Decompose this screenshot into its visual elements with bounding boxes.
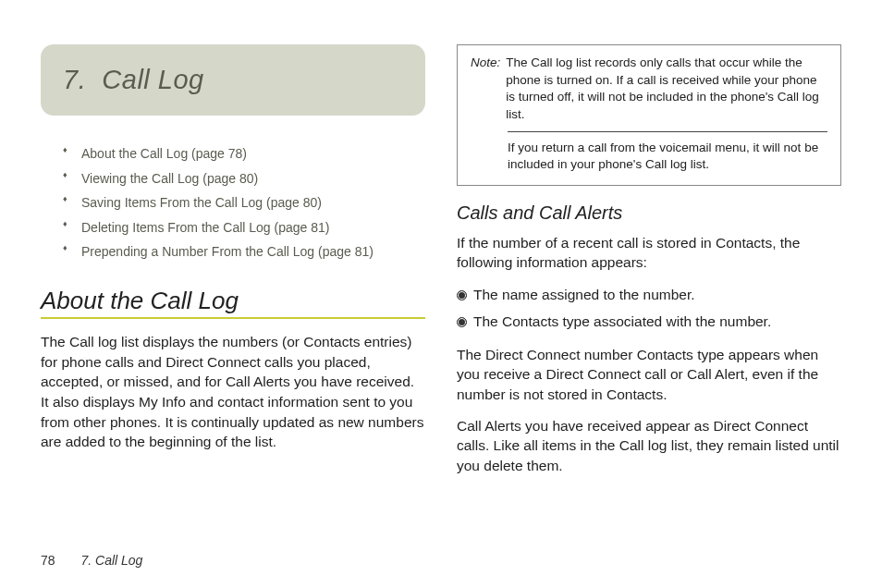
right-column: Note: The Call log list records only cal… bbox=[457, 44, 841, 487]
note-label: Note: bbox=[471, 55, 500, 124]
chapter-number: 7. bbox=[63, 65, 86, 94]
toc-item: About the Call Log (page 78) bbox=[63, 141, 425, 166]
note-text-2: If you return a call from the voicemail … bbox=[471, 140, 827, 174]
calls-bullet-list: The name assigned to the number. The Con… bbox=[457, 284, 841, 334]
left-column: 7. Call Log About the Call Log (page 78)… bbox=[41, 44, 425, 487]
page-footer: 78 7. Call Log bbox=[41, 553, 142, 568]
chapter-banner: 7. Call Log bbox=[41, 44, 425, 116]
list-item: The name assigned to the number. bbox=[457, 284, 841, 307]
chapter-name: Call Log bbox=[102, 65, 203, 94]
calls-para-2: The Direct Connect number Contacts type … bbox=[457, 345, 841, 405]
toc-item: Deleting Items From the Call Log (page 8… bbox=[63, 215, 425, 240]
section-heading-about: About the Call Log bbox=[41, 287, 425, 319]
calls-para-3: Call Alerts you have received appear as … bbox=[457, 416, 841, 476]
subsection-heading-calls: Calls and Call Alerts bbox=[457, 202, 841, 224]
footer-label: 7. Call Log bbox=[80, 553, 142, 568]
page-number: 78 bbox=[41, 553, 55, 568]
list-item: The Contacts type associated with the nu… bbox=[457, 311, 841, 334]
note-divider bbox=[508, 131, 827, 132]
toc-item: Viewing the Call Log (page 80) bbox=[63, 166, 425, 191]
table-of-contents: About the Call Log (page 78) Viewing the… bbox=[41, 141, 425, 264]
calls-intro: If the number of a recent call is stored… bbox=[457, 233, 841, 273]
note-text-1: The Call log list records only calls tha… bbox=[506, 55, 827, 124]
toc-item: Saving Items From the Call Log (page 80) bbox=[63, 190, 425, 215]
chapter-title: 7. Call Log bbox=[63, 65, 403, 95]
toc-item: Prepending a Number From the Call Log (p… bbox=[63, 239, 425, 264]
note-box: Note: The Call log list records only cal… bbox=[457, 44, 841, 186]
about-paragraph: The Call log list displays the numbers (… bbox=[41, 332, 425, 452]
